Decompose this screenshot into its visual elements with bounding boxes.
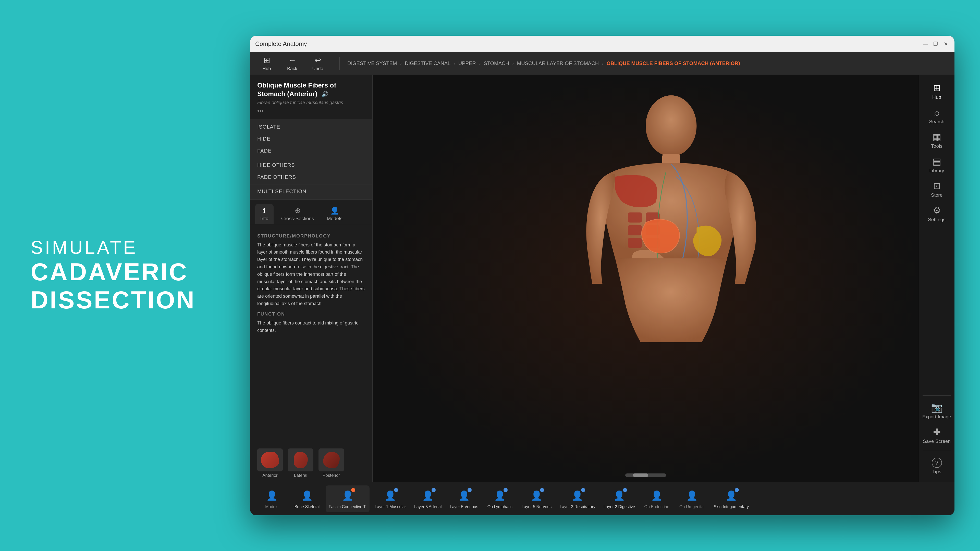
title-bar: Complete Anatomy — ❐ ✕: [250, 36, 955, 52]
bottom-bar: 👤 Models 👤 Bone Skeletal 👤 Fascia Connec…: [250, 482, 955, 515]
layer-label-fascia: Fascia Connective T.: [329, 504, 366, 510]
sidebar-search-button[interactable]: ⌕ Search: [919, 105, 955, 127]
structure-header: Oblique Muscle Fibers of Stomach (Anteri…: [250, 75, 372, 119]
breadcrumb: DIGESTIVE SYSTEM › DIGESTIVE CANAL › UPP…: [345, 60, 947, 66]
layer-btn-integumentary[interactable]: 👤 Skin Integumentary: [711, 486, 752, 512]
layer-icon-muscular: 👤: [383, 488, 398, 503]
tab-info[interactable]: ℹ Info: [255, 204, 274, 224]
breadcrumb-item-6[interactable]: OBLIQUE MUSCLE FIBERS OF STOMACH (ANTERI…: [607, 60, 740, 66]
breadcrumb-item-3[interactable]: UPPER: [458, 60, 476, 66]
back-toolbar-icon: ←: [288, 56, 296, 65]
tools-sidebar-icon: ▦: [932, 132, 941, 142]
sidebar-export-image-button[interactable]: 📷 Export Image: [919, 400, 955, 422]
muscular-dot: [394, 488, 398, 492]
layer-label-integumentary: Skin Integumentary: [714, 504, 749, 510]
more-options-button[interactable]: •••: [257, 107, 365, 114]
sidebar-store-button[interactable]: ⊡ Store: [919, 178, 955, 200]
save-screen-sidebar-label: Save Screen: [923, 438, 951, 444]
svg-rect-2: [628, 213, 642, 223]
breadcrumb-item-5[interactable]: MUSCULAR LAYER OF STOMACH: [517, 60, 599, 66]
layer-btn-fascia[interactable]: 👤 Fascia Connective T.: [326, 486, 369, 512]
3d-view[interactable]: [372, 75, 919, 482]
layer-btn-digestive[interactable]: 👤 Layer 2 Digestive: [600, 486, 638, 512]
close-button[interactable]: ✕: [942, 40, 950, 48]
svg-point-0: [646, 95, 697, 156]
restore-button[interactable]: ❐: [932, 40, 939, 48]
cross-sections-tab-label: Cross-Sections: [281, 216, 314, 221]
left-panel: Oblique Muscle Fibers of Stomach (Anteri…: [250, 75, 372, 482]
layer-btn-endocrine[interactable]: 👤 On Endocrine: [640, 486, 673, 512]
breadcrumb-item-4[interactable]: STOMACH: [484, 60, 509, 66]
layer-label-skeletal: Bone Skeletal: [294, 504, 320, 510]
thumbnail-posterior[interactable]: Posterior: [318, 448, 344, 478]
layer-btn-nervous[interactable]: 👤 Layer 5 Nervous: [519, 486, 555, 512]
fade-others-menu-item[interactable]: FADE OTHERS: [250, 171, 372, 183]
hide-menu-item[interactable]: HIDE: [250, 133, 372, 145]
layer-icon-fascia: 👤: [340, 488, 355, 503]
layer-btn-lymphatic[interactable]: 👤 On Lymphatic: [484, 486, 517, 512]
breadcrumb-item-1[interactable]: DIGESTIVE SYSTEM: [347, 60, 397, 66]
fade-menu-item[interactable]: FADE: [250, 145, 372, 157]
hub-toolbar-button[interactable]: ⊞ Hub: [258, 56, 275, 71]
layer-btn-models[interactable]: 👤 Models: [255, 486, 288, 512]
layer-btn-skeletal[interactable]: 👤 Bone Skeletal: [290, 486, 324, 512]
fascia-dot: [351, 488, 355, 492]
layer-label-arterial: Layer 5 Arterial: [414, 504, 442, 510]
hub-toolbar-label: Hub: [262, 66, 271, 71]
layer-label-lymphatic: On Lymphatic: [487, 504, 512, 510]
layer-btn-venous[interactable]: 👤 Layer 5 Venous: [447, 486, 481, 512]
integumentary-dot: [735, 488, 739, 492]
layer-label-digestive: Layer 2 Digestive: [604, 504, 635, 510]
library-sidebar-icon: ▤: [932, 156, 941, 167]
layer-icon-urogenital: 👤: [684, 488, 700, 503]
layer-icon-endocrine: 👤: [649, 488, 664, 503]
export-image-sidebar-label: Export Image: [922, 414, 951, 420]
layer-label-models: Models: [265, 504, 278, 510]
undo-toolbar-button[interactable]: ↩ Undo: [309, 56, 327, 71]
thumbnail-anterior[interactable]: Anterior: [257, 448, 283, 478]
search-sidebar-label: Search: [929, 119, 944, 124]
layer-icon-skeletal: 👤: [299, 488, 315, 503]
promo-line1: SIMULATE: [30, 237, 196, 258]
back-toolbar-button[interactable]: ← Back: [283, 56, 301, 71]
isolate-menu-item[interactable]: ISOLATE: [250, 121, 372, 133]
sidebar-library-button[interactable]: ▤ Library: [919, 154, 955, 176]
layer-icon-nervous: 👤: [529, 488, 544, 503]
thumbnail-anterior-label: Anterior: [262, 473, 278, 478]
tools-sidebar-label: Tools: [931, 143, 942, 149]
save-screen-sidebar-icon: ✚: [933, 427, 941, 437]
layer-btn-urogenital[interactable]: 👤 On Urogenital: [675, 486, 708, 512]
sidebar-save-screen-button[interactable]: ✚ Save Screen: [919, 424, 955, 447]
section1-title: STRUCTURE/MORPHOLOGY: [257, 233, 365, 239]
svg-rect-4: [628, 238, 642, 248]
layer-label-muscular: Layer 1 Muscular: [375, 504, 406, 510]
multi-selection-menu-item[interactable]: MULTI SELECTION: [250, 186, 372, 197]
hide-others-menu-item[interactable]: HIDE OTHERS: [250, 159, 372, 171]
sidebar-settings-button[interactable]: ⚙ Settings: [919, 203, 955, 225]
minimize-button[interactable]: —: [922, 40, 929, 48]
sidebar-hub-button[interactable]: ⊞ Hub: [919, 80, 955, 103]
settings-sidebar-label: Settings: [928, 217, 945, 222]
tab-models[interactable]: 👤 Models: [322, 204, 348, 224]
scroll-indicator: [625, 473, 666, 477]
layer-icon-lymphatic: 👤: [492, 488, 508, 503]
tab-cross-sections[interactable]: ⊕ Cross-Sections: [276, 204, 319, 224]
layer-btn-arterial[interactable]: 👤 Layer 5 Arterial: [411, 486, 445, 512]
undo-toolbar-icon: ↩: [314, 56, 321, 65]
breadcrumb-item-2[interactable]: DIGESTIVE CANAL: [405, 60, 450, 66]
section1-text: The oblique muscle fibers of the stomach…: [257, 241, 365, 307]
layer-btn-respiratory[interactable]: 👤 Layer 2 Respiratory: [557, 486, 598, 512]
info-tab-icon: ℹ: [263, 206, 266, 215]
toolbar-separator: [339, 57, 340, 70]
sidebar-tips-button[interactable]: ? Tips: [919, 455, 955, 477]
thumbnail-lateral[interactable]: Lateral: [288, 448, 313, 478]
sidebar-tools-button[interactable]: ▦ Tools: [919, 129, 955, 151]
layer-icon-venous: 👤: [456, 488, 472, 503]
speaker-icon[interactable]: 🔊: [321, 91, 328, 98]
tips-sidebar-label: Tips: [932, 469, 941, 475]
promo-text: SIMULATE CADAVERIC DISSECTION: [30, 237, 196, 314]
hub-toolbar-icon: ⊞: [263, 56, 270, 65]
layer-btn-muscular[interactable]: 👤 Layer 1 Muscular: [372, 486, 409, 512]
body-svg: [372, 75, 919, 482]
layer-label-venous: Layer 5 Venous: [450, 504, 478, 510]
